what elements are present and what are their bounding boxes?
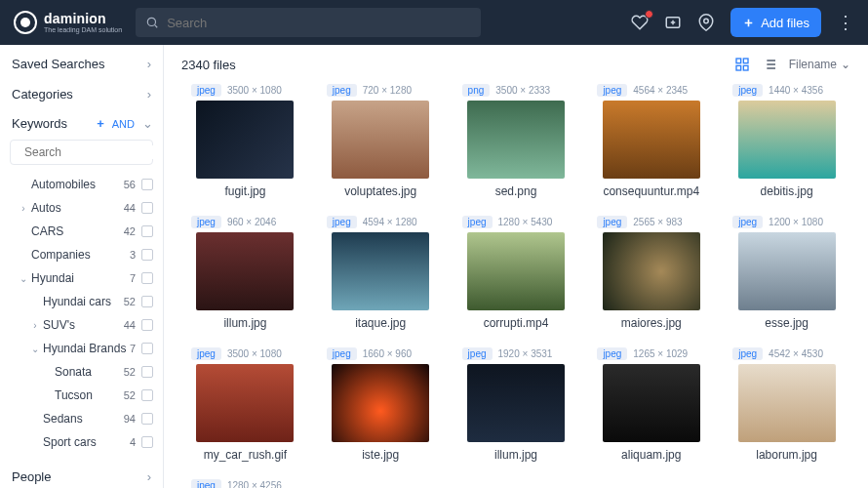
add-keyword-icon[interactable]: + (97, 116, 104, 131)
file-dimensions: 3500 × 1080 (227, 348, 282, 359)
file-name: itaque.jpg (317, 310, 445, 340)
thumbnail[interactable] (196, 232, 294, 310)
list-view-icon[interactable] (762, 57, 777, 72)
file-ext-badge: jpeg (191, 84, 221, 97)
keyword-tree-row[interactable]: Automobiles56 (8, 173, 153, 196)
thumbnail[interactable] (196, 364, 294, 442)
keyword-search[interactable]: × (10, 140, 153, 165)
keyword-checkbox[interactable] (141, 202, 153, 214)
keyword-checkbox[interactable] (141, 366, 153, 378)
svg-line-1 (155, 25, 158, 28)
file-name: illum.jpg (181, 310, 309, 340)
keyword-tree-row[interactable]: Hyundai cars52 (8, 290, 153, 313)
global-search[interactable] (136, 8, 481, 37)
asset-card[interactable]: jpeg1200 × 1080esse.jpg (723, 212, 850, 340)
thumbnail[interactable] (467, 364, 565, 442)
thumbnail[interactable] (332, 364, 429, 442)
keyword-tree-row[interactable]: CARS42 (8, 220, 153, 243)
asset-card[interactable]: png3500 × 2333sed.png (453, 80, 580, 208)
keyword-checkbox[interactable] (141, 272, 153, 284)
global-search-input[interactable] (167, 16, 471, 30)
chevron-right-icon: › (147, 469, 151, 484)
keyword-label: Sonata (53, 365, 124, 379)
keyword-checkbox[interactable] (141, 343, 153, 354)
asset-card[interactable]: jpeg2565 × 983maiores.jpg (587, 212, 715, 340)
thumbnail[interactable] (738, 101, 836, 179)
file-name: debitis.jpg (723, 179, 850, 208)
thumbnail[interactable] (603, 232, 700, 310)
more-menu-icon[interactable]: ⋮ (837, 12, 854, 33)
file-name: consequuntur.mp4 (587, 179, 715, 208)
keyword-label: CARS (29, 224, 124, 238)
add-files-button[interactable]: Add files (730, 8, 821, 37)
tree-toggle-icon[interactable]: ⌄ (29, 344, 41, 354)
asset-card[interactable]: jpeg1280 × 4256 (181, 475, 309, 488)
thumbnail[interactable] (738, 232, 836, 310)
keyword-count: 3 (130, 249, 141, 261)
keyword-count: 52 (124, 389, 141, 401)
asset-card[interactable]: jpeg1265 × 1029aliquam.jpg (587, 344, 715, 471)
thumbnail[interactable] (196, 101, 294, 179)
asset-card[interactable]: jpeg1920 × 3531illum.jpg (453, 344, 580, 471)
keyword-tree-row[interactable]: ⌄Hyundai Brands7 (8, 337, 153, 360)
keyword-checkbox[interactable] (141, 249, 153, 261)
asset-card[interactable]: jpeg3500 × 1080fugit.jpg (181, 80, 309, 208)
brand-name: daminion (44, 12, 122, 25)
keyword-tree-row[interactable]: Sonata52 (8, 360, 153, 384)
keyword-checkbox[interactable] (141, 436, 153, 448)
asset-card[interactable]: jpeg3500 × 1080my_car_rush.gif (181, 344, 309, 471)
asset-card[interactable]: jpeg720 × 1280voluptates.jpg (317, 80, 445, 208)
asset-card[interactable]: jpeg1440 × 4356debitis.jpg (723, 80, 850, 208)
thumbnail[interactable] (467, 101, 565, 179)
thumbnail[interactable] (332, 101, 429, 179)
asset-card[interactable]: jpeg4542 × 4530laborum.jpg (723, 344, 850, 471)
keyword-tree-row[interactable]: Companies3 (8, 243, 153, 266)
tree-toggle-icon[interactable]: ⌄ (18, 273, 29, 284)
sort-dropdown[interactable]: Filename ⌄ (789, 58, 850, 71)
thumbnail[interactable] (603, 364, 700, 442)
keyword-checkbox[interactable] (141, 225, 153, 237)
file-ext-badge: jpeg (462, 347, 493, 360)
thumbnail[interactable] (467, 232, 565, 310)
asset-card[interactable]: jpeg1660 × 960iste.jpg (317, 344, 445, 471)
favorites-icon[interactable] (631, 14, 649, 31)
import-icon[interactable] (664, 14, 682, 31)
keyword-tree-row[interactable]: ›Autos44 (8, 196, 153, 220)
section-categories[interactable]: Categories › (0, 79, 163, 109)
thumbnail[interactable] (603, 101, 700, 179)
keyword-tree-row[interactable]: ›SUV's44 (8, 313, 153, 337)
tree-toggle-icon[interactable]: › (18, 203, 29, 214)
keyword-tree-row[interactable]: ⌄Hyundai7 (8, 266, 153, 290)
thumbnail[interactable] (332, 232, 429, 310)
keyword-search-input[interactable] (24, 145, 164, 159)
keyword-tree-row[interactable]: Tucson52 (8, 384, 153, 407)
keyword-checkbox[interactable] (141, 179, 153, 190)
section-people[interactable]: People › (0, 462, 163, 488)
chevron-down-icon[interactable]: ⌄ (142, 116, 153, 131)
brand-logo[interactable]: daminion The leading DAM solution (14, 11, 122, 34)
tree-toggle-icon[interactable]: › (29, 320, 41, 331)
file-name: aliquam.jpg (587, 442, 715, 471)
keyword-checkbox[interactable] (141, 319, 153, 331)
file-ext-badge: jpeg (597, 216, 627, 228)
thumbnail[interactable] (738, 364, 836, 442)
section-saved-searches[interactable]: Saved Searches › (0, 49, 163, 79)
asset-card[interactable]: jpeg1280 × 5430corrupti.mp4 (453, 212, 580, 340)
grid-view-icon[interactable] (734, 57, 750, 72)
keyword-label: SUV's (41, 318, 124, 332)
keyword-checkbox[interactable] (141, 389, 153, 401)
keyword-mode-toggle[interactable]: AND (110, 118, 137, 130)
location-icon[interactable] (697, 14, 715, 31)
keyword-checkbox[interactable] (141, 296, 153, 307)
svg-rect-9 (743, 65, 748, 70)
keyword-checkbox[interactable] (141, 413, 153, 425)
keyword-count: 44 (124, 319, 141, 331)
keyword-tree-row[interactable]: Sport cars4 (8, 430, 153, 454)
svg-rect-8 (736, 65, 741, 70)
asset-card[interactable]: jpeg4564 × 2345consequuntur.mp4 (587, 80, 715, 208)
keyword-tree-row[interactable]: Sedans94 (8, 407, 153, 430)
asset-card[interactable]: jpeg960 × 2046illum.jpg (181, 212, 309, 340)
header-actions: Add files ⋮ (631, 8, 854, 37)
chevron-down-icon: ⌄ (841, 58, 850, 71)
asset-card[interactable]: jpeg4594 × 1280itaque.jpg (317, 212, 445, 340)
